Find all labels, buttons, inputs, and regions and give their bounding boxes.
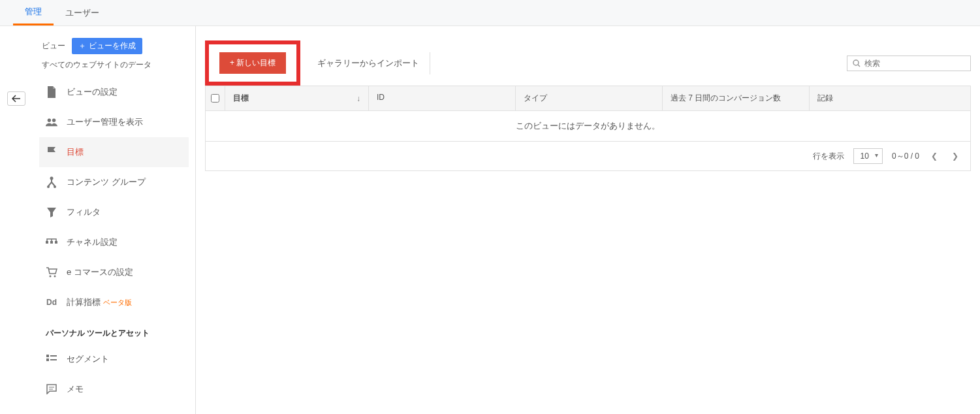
dd-icon: Dd (46, 296, 57, 308)
create-view-button[interactable]: ＋ ビューを作成 (72, 38, 142, 54)
svg-point-2 (50, 177, 54, 180)
svg-rect-11 (50, 355, 57, 357)
sidebar-item-content-groups[interactable]: コンテンツ グループ (39, 167, 189, 197)
import-from-gallery-button[interactable]: ギャラリーからインポート (307, 52, 430, 74)
sidebar-item-ecommerce[interactable]: e コマースの設定 (39, 257, 189, 287)
svg-rect-5 (46, 241, 48, 244)
sidebar-item-user-mgmt[interactable]: ユーザー管理を表示 (39, 107, 189, 137)
col-id[interactable]: ID (369, 86, 516, 110)
view-all-data-label[interactable]: すべてのウェブサイトのデータ (39, 59, 189, 71)
next-page-button[interactable]: ❯ (949, 151, 961, 161)
document-icon (46, 86, 57, 98)
sidebar-item-label: チャネル設定 (67, 236, 118, 248)
create-view-label: ビューを作成 (89, 40, 136, 52)
svg-rect-10 (46, 355, 49, 357)
sidebar-item-label: コンテンツ グループ (67, 176, 146, 188)
sidebar-item-label: e コマースの設定 (67, 266, 133, 278)
goals-table: 目標 ↓ ID タイプ 過去 7 日間のコンバージョン数 記録 このビューにはデ… (205, 86, 971, 171)
toolbar-left: + 新しい目標 ギャラリーからインポート (205, 40, 430, 86)
sort-arrow-icon: ↓ (356, 94, 360, 103)
segment-icon (46, 353, 57, 365)
svg-rect-7 (55, 241, 57, 244)
svg-rect-13 (50, 359, 57, 360)
beta-badge: ベータ版 (103, 298, 132, 306)
split-icon (46, 176, 57, 188)
empty-state-message: このビューにはデータがありません。 (206, 111, 970, 142)
svg-point-4 (54, 185, 56, 188)
svg-point-3 (47, 185, 50, 188)
sidebar-item-label: 目標 (67, 146, 84, 158)
plus-icon: ＋ (78, 40, 86, 52)
content-area: + 新しい目標 ギャラリーからインポート 目標 ↓ ID タイプ 過去 7 日間… (196, 26, 980, 414)
sidebar-item-goals[interactable]: 目標 (39, 137, 189, 167)
channel-icon (46, 236, 57, 248)
view-label: ビュー (42, 40, 65, 52)
back-icon[interactable] (7, 91, 25, 106)
svg-point-8 (50, 276, 52, 278)
search-icon (853, 59, 861, 67)
sidebar-item-segments[interactable]: セグメント (39, 344, 189, 374)
sidebar-item-channel-settings[interactable]: チャネル設定 (39, 227, 189, 257)
personal-tools-heading: パーソナル ツールとアセット (39, 317, 189, 344)
highlight-box: + 新しい目標 (205, 40, 300, 86)
sidebar-item-label: メモ (67, 383, 84, 395)
top-tabs: 管理 ユーザー (0, 0, 980, 26)
svg-rect-12 (46, 358, 49, 361)
sidebar-item-notes[interactable]: メモ (39, 374, 189, 404)
new-goal-button[interactable]: + 新しい目標 (219, 52, 286, 74)
sidebar-item-view-settings[interactable]: ビューの設定 (39, 77, 189, 107)
col-goal[interactable]: 目標 ↓ (225, 86, 369, 110)
main-area: ビュー ＋ ビューを作成 すべてのウェブサイトのデータ ビューの設定 ユーザー管… (0, 26, 980, 414)
svg-point-0 (48, 119, 51, 122)
sidebar-item-label: セグメント (67, 353, 109, 365)
sidebar-item-calc-metrics[interactable]: Dd 計算指標ベータ版 (39, 287, 189, 317)
col-type[interactable]: タイプ (516, 86, 663, 110)
sidebar-item-label: ユーザー管理を表示 (67, 116, 143, 128)
col-record[interactable]: 記録 (810, 86, 970, 110)
tab-user[interactable]: ユーザー (54, 0, 111, 25)
svg-point-1 (52, 119, 55, 122)
table-footer: 行を表示 10 0～0 / 0 ❮ ❯ (206, 142, 970, 170)
view-header: ビュー ＋ ビューを作成 (39, 38, 189, 54)
select-all-checkbox[interactable] (206, 86, 225, 110)
search-input[interactable] (864, 59, 965, 68)
svg-point-14 (853, 60, 859, 65)
left-rail (0, 26, 33, 414)
svg-rect-6 (50, 241, 53, 244)
people-icon (46, 116, 57, 128)
sidebar-item-label: フィルタ (67, 206, 101, 218)
sidebar-item-filters[interactable]: フィルタ (39, 197, 189, 227)
rows-per-page-select[interactable]: 10 (853, 148, 883, 164)
search-box[interactable] (847, 56, 971, 71)
sidebar-item-label: ビューの設定 (67, 86, 118, 98)
page-range: 0～0 / 0 (892, 151, 919, 162)
sidebar-item-label: 計算指標ベータ版 (67, 296, 132, 308)
cart-icon (46, 266, 57, 278)
flag-icon (46, 146, 57, 158)
sidebar: ビュー ＋ ビューを作成 すべてのウェブサイトのデータ ビューの設定 ユーザー管… (33, 26, 196, 414)
tab-admin[interactable]: 管理 (13, 0, 54, 25)
toolbar: + 新しい目標 ギャラリーからインポート (205, 40, 971, 86)
funnel-icon (46, 206, 57, 218)
prev-page-button[interactable]: ❮ (928, 151, 940, 161)
svg-point-9 (54, 276, 56, 278)
col-conversions[interactable]: 過去 7 日間のコンバージョン数 (663, 86, 810, 110)
rows-label: 行を表示 (813, 151, 844, 162)
note-icon (46, 383, 57, 395)
table-header: 目標 ↓ ID タイプ 過去 7 日間のコンバージョン数 記録 (206, 86, 970, 111)
